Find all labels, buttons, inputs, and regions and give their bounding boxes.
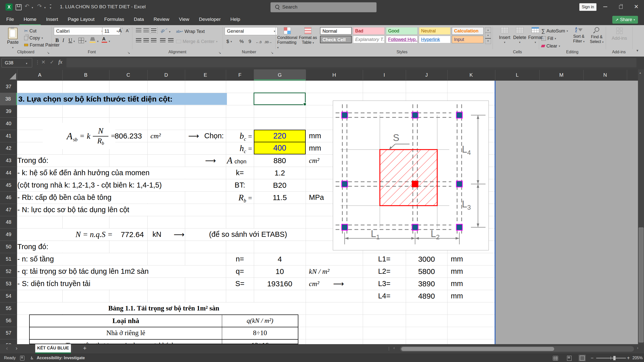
comma-style-button[interactable]: 9: [249, 38, 251, 45]
cell-rb-label[interactable]: Rb =: [221, 191, 252, 207]
col-header-f[interactable]: F: [226, 69, 254, 80]
cancel-icon[interactable]: ✕: [41, 59, 46, 65]
style-chip-followed-hyperlink[interactable]: Followed Hyp...: [386, 36, 418, 43]
bold-button[interactable]: B: [55, 37, 59, 43]
cell-nqs-value[interactable]: 772.64: [114, 228, 151, 241]
cell-k-label[interactable]: k=: [226, 167, 254, 179]
close-button[interactable]: ✕: [634, 4, 638, 10]
zoom-slider-thumb[interactable]: [613, 356, 616, 360]
delete-cells-button[interactable]: Delete▾: [513, 27, 527, 45]
menu-insert[interactable]: Insert: [42, 14, 62, 25]
align-middle-icon[interactable]: [143, 28, 149, 32]
underline-button[interactable]: U: [68, 37, 72, 43]
col-header-c[interactable]: C: [109, 69, 147, 80]
name-box[interactable]: G38▾: [2, 58, 32, 67]
row-header-45[interactable]: 45: [0, 179, 17, 191]
cell-q-label[interactable]: q=: [226, 265, 254, 278]
minimize-button[interactable]: [603, 7, 607, 7]
menu-review[interactable]: Review: [149, 14, 174, 25]
name-box-caret-icon[interactable]: ▾: [26, 59, 27, 68]
col-header-i[interactable]: I: [363, 69, 406, 80]
style-chip-check-cell[interactable]: Check Cell: [320, 36, 352, 43]
cell-asb-unit[interactable]: cm²: [150, 130, 176, 142]
style-chip-calculation[interactable]: Calculation: [452, 27, 484, 35]
row-header-51[interactable]: 51: [0, 253, 17, 265]
cell-l2-label[interactable]: L2=: [363, 265, 406, 278]
row-header-47[interactable]: 47: [0, 204, 17, 216]
menu-file[interactable]: File: [2, 14, 18, 25]
cell-l4-label[interactable]: L4=: [363, 290, 406, 302]
style-chip-normal[interactable]: Normal: [320, 27, 352, 35]
row-header-39[interactable]: 39: [0, 105, 17, 117]
addins-button[interactable]: Add-ins: [609, 28, 630, 41]
row-header-41[interactable]: 41: [0, 130, 17, 142]
menu-formulas[interactable]: Formulas: [100, 14, 128, 25]
cell-rb-unit[interactable]: MPa: [309, 191, 324, 204]
undo-caret-icon[interactable]: ▾: [32, 6, 33, 9]
cell-l3-value[interactable]: 3890: [406, 278, 447, 290]
row-header-37[interactable]: 37: [0, 80, 17, 93]
style-chip-hyperlink[interactable]: Hyperlink: [419, 36, 451, 43]
autosum-button[interactable]: ∑AutoSum▾: [541, 28, 568, 34]
row-header-49[interactable]: 49: [0, 228, 17, 241]
add-sheet-button[interactable]: +: [83, 345, 87, 352]
cell-s-note[interactable]: - S: diện tích truyền tải: [17, 278, 138, 290]
row-header-38[interactable]: 38: [0, 93, 17, 105]
paste-button[interactable]: Paste▾: [4, 27, 22, 49]
row-header-55[interactable]: 55: [0, 302, 17, 314]
undo-icon[interactable]: ↶: [25, 3, 29, 10]
shrink-font-button[interactable]: Aˇ: [126, 28, 130, 33]
cell-l3-label[interactable]: L3=: [363, 278, 406, 290]
borders-icon[interactable]: [78, 38, 84, 43]
fill-caret-icon[interactable]: ▾: [97, 40, 99, 43]
section-title-cell[interactable]: 3. Lựa chọn sơ bộ kích thước tiết diện c…: [17, 93, 227, 105]
cell-rb-value[interactable]: 11.5: [254, 191, 306, 204]
cell-l1-value[interactable]: 3000: [406, 253, 447, 265]
cell-bt-label[interactable]: BT:: [226, 179, 254, 191]
cell-k-value[interactable]: 1.2: [254, 167, 306, 179]
zoom-out-button[interactable]: −: [591, 355, 594, 361]
cell-rb-note[interactable]: - Rb: cấp độ bền của bê tông: [17, 192, 173, 203]
zoom-slider-track[interactable]: [596, 358, 626, 358]
structural-plan-diagram[interactable]: S L4 L3 L1 L2: [333, 101, 489, 250]
sort-filter-button[interactable]: AZ Sort &Filter ▾: [571, 27, 587, 44]
cell-trong-do-2[interactable]: Trong đó:: [17, 241, 93, 253]
cell-s-unit[interactable]: cm²: [309, 278, 319, 290]
col-header-a[interactable]: A: [17, 69, 62, 80]
row-header-46[interactable]: 46: [0, 191, 17, 204]
col-header-d[interactable]: D: [147, 69, 185, 80]
view-normal-icon[interactable]: [553, 356, 558, 360]
accounting-format-button[interactable]: $▾: [226, 38, 232, 45]
row-header-53[interactable]: 53: [0, 278, 17, 290]
horizontal-scrollbar-track[interactable]: [400, 346, 634, 352]
zoom-in-button[interactable]: +: [627, 355, 630, 361]
menu-help[interactable]: Help: [226, 14, 245, 25]
fill-button[interactable]: ↓Fill▾: [541, 35, 556, 42]
copy-button[interactable]: Copy▾: [24, 35, 43, 41]
excel-app-icon[interactable]: X: [6, 4, 13, 11]
fx-icon[interactable]: fx: [58, 59, 62, 65]
insert-cells-button[interactable]: Insert▾: [498, 27, 512, 45]
align-center-icon[interactable]: [143, 38, 149, 42]
decrease-indent-icon[interactable]: [160, 38, 166, 43]
view-page-layout-icon[interactable]: [567, 356, 572, 361]
redo-caret-icon[interactable]: ▾: [44, 6, 46, 9]
style-chip-good[interactable]: Good: [386, 27, 418, 35]
cell-s-value[interactable]: 193160: [254, 278, 306, 290]
style-chip-bad[interactable]: Bad: [353, 27, 385, 35]
col-header-m[interactable]: M: [539, 69, 583, 80]
save-icon[interactable]: [16, 4, 22, 10]
cell-l3-unit[interactable]: mm: [451, 278, 463, 290]
find-select-button[interactable]: Find &Select ▾: [589, 27, 605, 44]
col-header-h[interactable]: H: [306, 69, 363, 80]
cell-l1-label[interactable]: L1=: [363, 253, 406, 265]
input-cell-bc[interactable]: 220: [254, 130, 306, 142]
row-header-42[interactable]: 42: [0, 142, 17, 154]
search-box[interactable]: Search: [270, 2, 377, 12]
increase-decimal-button[interactable]: ←.0: [256, 39, 262, 45]
align-left-icon[interactable]: [136, 38, 141, 42]
styles-scroll-down-icon[interactable]: ▾: [485, 33, 491, 38]
row-header-40[interactable]: 40: [0, 117, 17, 130]
cell-l4-value[interactable]: 4890: [406, 290, 447, 302]
hscroll-left-icon[interactable]: ‹: [393, 346, 395, 350]
